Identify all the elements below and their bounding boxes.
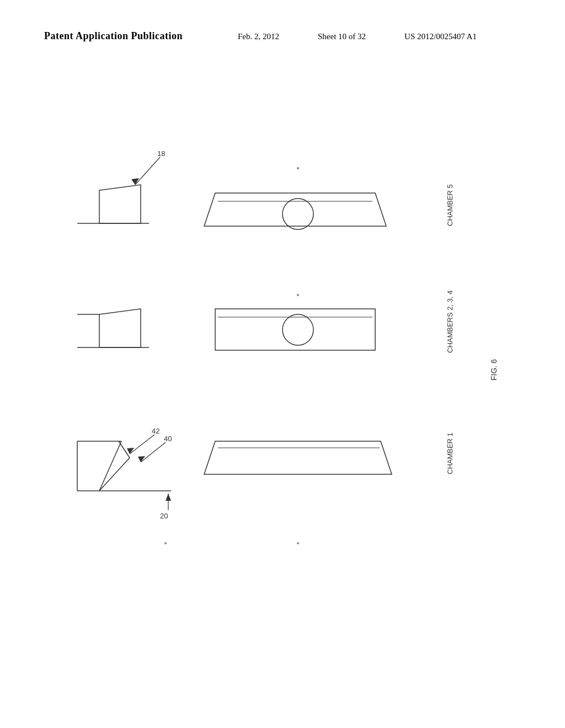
chambers234-top-view [215,309,375,350]
svg-line-7 [130,435,154,454]
figure-label: FIG. 6 [489,359,498,381]
chamber5-top-view [204,193,386,226]
svg-line-17 [99,458,130,491]
patent-drawing: 18 CHAMBER 5 CHAMBERS 2, 3, 4 42 40 20 [33,77,530,684]
ref-18-label: 18 [157,149,165,158]
chamber5-label: CHAMBER 5 [446,184,454,226]
page-header: Patent Application Publication Feb. 2, 2… [0,30,565,42]
chambers234-hole [282,314,313,345]
chamber1-top-view [204,441,392,474]
left-shape-mid [99,309,141,347]
left-shape-top [99,185,141,223]
ref-40-label: 40 [164,435,172,443]
ref-20-label: 20 [160,512,168,520]
svg-line-13 [99,441,121,491]
publication-date: Feb. 2, 2012 [238,32,279,41]
svg-line-0 [135,157,160,185]
sheet-info: Sheet 10 of 32 [318,32,366,41]
svg-point-23 [297,542,299,544]
chambers234-label: CHAMBERS 2, 3, 4 [446,291,454,353]
svg-point-22 [164,542,167,544]
chamber5-hole [282,199,313,229]
publication-title: Patent Application Publication [44,30,183,42]
svg-point-21 [297,294,299,296]
svg-marker-12 [166,494,171,501]
svg-line-9 [141,442,166,462]
svg-point-20 [297,167,299,169]
patent-number: US 2012/0025407 A1 [404,32,477,41]
chamber1-label: CHAMBER 1 [446,432,454,474]
ref-42-label: 42 [152,427,159,435]
